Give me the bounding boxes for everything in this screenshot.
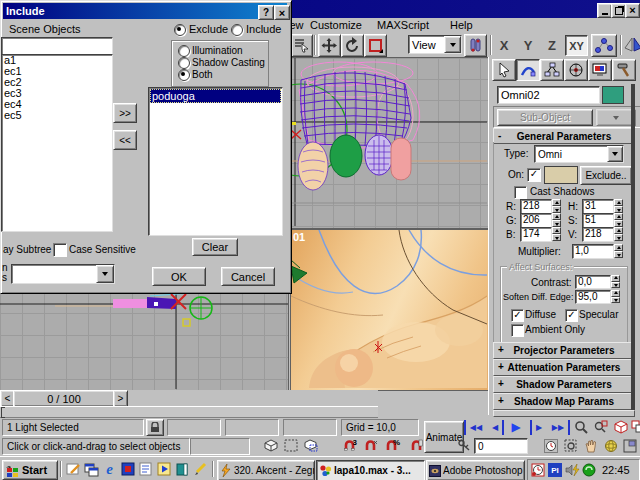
tab-hierarchy[interactable] <box>540 59 564 81</box>
task-3dsmax[interactable]: lapa10.max - 3... <box>316 460 425 480</box>
selection-lock-toggle[interactable] <box>146 419 164 436</box>
dropdown-arrow-icon[interactable] <box>444 36 461 53</box>
list-item-selected[interactable]: poduoga <box>150 89 281 103</box>
restrict-xy-button[interactable]: XY <box>565 35 588 56</box>
cancel-button[interactable]: Cancel <box>221 267 275 286</box>
list-item[interactable]: ec5 <box>2 110 112 121</box>
add-to-list-button[interactable]: >> <box>113 103 137 123</box>
snap-3d-toggle[interactable]: 3 <box>340 438 358 453</box>
time-slider-handle[interactable]: 0 / 100 <box>13 390 115 407</box>
r-field[interactable]: 218 <box>520 199 552 214</box>
time-slider-track[interactable]: < 0 / 100 > <box>0 390 378 407</box>
quicklaunch-windows-button[interactable] <box>83 461 100 477</box>
tab-display[interactable] <box>588 59 612 81</box>
panel-scrollbar[interactable] <box>631 84 635 410</box>
select-by-name-button[interactable] <box>291 34 313 57</box>
light-color-swatch[interactable] <box>544 166 578 184</box>
menu-maxscript[interactable]: MAXScript <box>377 19 429 31</box>
include-radio[interactable] <box>231 24 243 36</box>
quicklaunch-book-button[interactable] <box>173 461 190 477</box>
zoom-all-button[interactable] <box>592 419 609 435</box>
tray-clock[interactable]: 22:45 <box>602 464 630 476</box>
g-field[interactable]: 206 <box>520 213 552 228</box>
tab-create[interactable] <box>492 59 516 81</box>
exclude-button[interactable]: Exclude.. <box>580 166 632 185</box>
scene-objects-list[interactable]: a1 ec1 ec2 ec3 ec4 ec5 <box>1 54 113 232</box>
tray-pi-icon[interactable]: PI <box>548 463 562 477</box>
viewport-camera[interactable]: 01 <box>290 229 490 391</box>
shadow-casting-radio[interactable] <box>178 57 190 69</box>
mirror-button[interactable] <box>624 34 640 55</box>
selection-set-dropdown[interactable] <box>11 264 115 284</box>
selection-filter-toggle[interactable] <box>303 438 319 453</box>
tab-utilities[interactable] <box>612 59 636 81</box>
contrast-field[interactable]: 0,0 <box>575 275 611 289</box>
on-checkbox[interactable]: ✓ <box>527 168 541 182</box>
track-bar[interactable] <box>0 406 378 418</box>
object-color-swatch[interactable] <box>602 86 624 104</box>
b-spinner[interactable] <box>552 227 561 241</box>
scale-button[interactable] <box>364 34 387 57</box>
task-photoshop[interactable]: Adobe Photoshop <box>426 460 525 480</box>
multiplier-spinner[interactable] <box>614 244 623 258</box>
dialog-titlebar[interactable]: Include <box>3 3 287 19</box>
restrict-y-button[interactable]: Y <box>519 36 537 54</box>
crossing-selection-toggle[interactable] <box>263 438 279 453</box>
quicklaunch-app4-button[interactable] <box>119 461 136 477</box>
dialog-close-button[interactable]: × <box>274 5 290 20</box>
go-to-end-button[interactable]: ▶▶ <box>548 420 570 435</box>
go-to-start-button[interactable]: ◀◀ <box>464 420 486 435</box>
quicklaunch-media-button[interactable] <box>155 461 172 477</box>
reference-coordsys-dropdown[interactable]: View <box>408 35 462 54</box>
s-spinner[interactable] <box>614 213 623 227</box>
dialog-help-button[interactable]: ? <box>258 5 274 20</box>
play-button[interactable]: ▶ <box>506 419 526 435</box>
next-frame-button[interactable]: ▶ <box>530 420 546 435</box>
zoom-extents-all-button[interactable] <box>631 419 640 435</box>
ambient-only-checkbox[interactable] <box>511 324 524 337</box>
excluded-objects-list[interactable]: poduoga <box>148 87 283 236</box>
scene-objects-filter-input[interactable] <box>1 37 113 55</box>
tab-modify[interactable] <box>516 59 540 81</box>
rollout-shadow-parameters[interactable]: + Shadow Parameters <box>493 376 635 393</box>
sub-object-dropdown[interactable] <box>596 109 636 126</box>
quicklaunch-ie-button[interactable]: e <box>101 461 118 477</box>
task-winamp[interactable]: 320. Akcent - Zegn... <box>217 460 315 480</box>
min-max-toggle-button[interactable] <box>622 438 638 453</box>
illumination-radio[interactable] <box>178 45 190 57</box>
start-button[interactable]: Start <box>2 460 58 480</box>
s-field[interactable]: 51 <box>582 213 614 228</box>
percent-snap-toggle[interactable]: % <box>382 438 400 453</box>
quicklaunch-notes-button[interactable] <box>137 461 154 477</box>
rollout-attenuation-parameters[interactable]: + Attenuation Parameters <box>493 359 635 376</box>
v-spinner[interactable] <box>614 227 623 241</box>
tray-scheduler-icon[interactable] <box>531 463 545 477</box>
region-select-toggle[interactable] <box>283 438 299 453</box>
exclude-radio[interactable] <box>174 24 186 36</box>
viewport-top[interactable] <box>290 57 490 229</box>
specular-checkbox[interactable]: ✓ <box>565 309 578 322</box>
tab-motion[interactable] <box>564 59 588 81</box>
ok-button[interactable]: OK <box>152 267 206 286</box>
cast-shadows-checkbox[interactable] <box>514 186 527 199</box>
diffuse-checkbox[interactable]: ✓ <box>511 309 524 322</box>
ik-toggle-button[interactable] <box>591 34 617 57</box>
viewport-left[interactable] <box>0 290 289 390</box>
multiplier-field[interactable]: 1,0 <box>572 244 614 259</box>
tray-green-icon[interactable] <box>582 463 596 477</box>
rollout-shadow-map-params[interactable]: + Shadow Map Params <box>493 393 635 410</box>
contrast-spinner[interactable] <box>611 275 620 288</box>
region-zoom-button[interactable] <box>562 438 579 453</box>
dropdown-arrow-icon[interactable] <box>96 265 114 283</box>
tray-volume-icon[interactable] <box>565 463 580 477</box>
menu-customize[interactable]: Customize <box>310 19 362 31</box>
h-spinner[interactable] <box>614 199 623 213</box>
clear-button[interactable]: Clear <box>192 238 238 256</box>
zoom-button[interactable] <box>572 419 589 435</box>
rollout-partial[interactable] <box>493 410 635 417</box>
zoom-extents-button[interactable] <box>612 419 629 435</box>
remove-from-list-button[interactable]: << <box>113 130 137 150</box>
object-name-field[interactable]: Omni02 <box>497 86 600 104</box>
case-sensitive-checkbox[interactable] <box>53 243 67 257</box>
current-frame-field[interactable]: 0 <box>474 438 528 454</box>
